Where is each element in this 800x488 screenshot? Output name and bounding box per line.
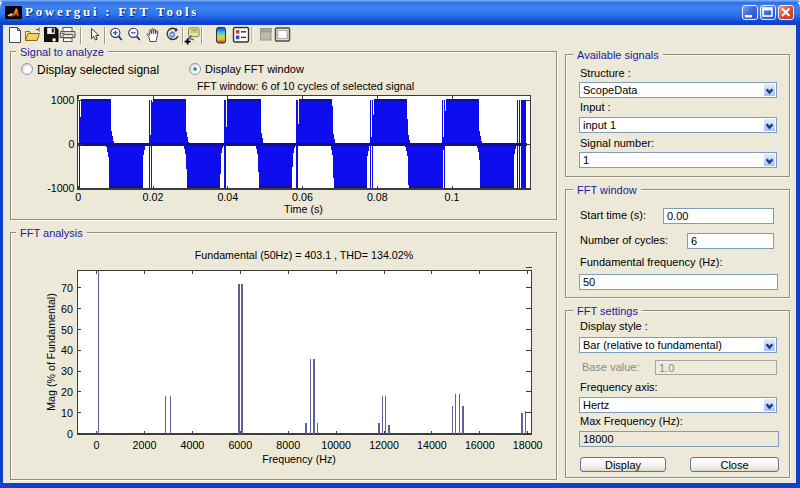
svg-text:Time (s): Time (s) [284, 203, 323, 215]
svg-text:-1000: -1000 [47, 182, 74, 194]
svg-text:Mag (% of Fundamental): Mag (% of Fundamental) [45, 293, 57, 411]
svg-text:0: 0 [75, 191, 81, 203]
svg-text:50: 50 [61, 324, 73, 336]
svg-text:10: 10 [61, 407, 73, 419]
svg-text:0.08: 0.08 [367, 191, 388, 203]
svg-text:10000: 10000 [321, 439, 351, 451]
svg-text:0.06: 0.06 [292, 191, 313, 203]
svg-text:0: 0 [69, 138, 75, 150]
svg-text:16000: 16000 [465, 439, 495, 451]
svg-text:0.04: 0.04 [217, 191, 238, 203]
svg-text:Fundamental (50Hz) = 403.1 , T: Fundamental (50Hz) = 403.1 , THD= 134.02… [195, 249, 414, 261]
svg-text:30: 30 [61, 365, 73, 377]
svg-text:2000: 2000 [133, 439, 157, 451]
svg-text:40: 40 [61, 344, 73, 356]
svg-text:20: 20 [61, 386, 73, 398]
svg-text:4000: 4000 [181, 439, 205, 451]
svg-text:12000: 12000 [369, 439, 399, 451]
svg-text:70: 70 [61, 282, 73, 294]
svg-text:0.02: 0.02 [143, 191, 164, 203]
svg-text:1000: 1000 [51, 94, 75, 106]
svg-text:14000: 14000 [417, 439, 447, 451]
svg-text:18000: 18000 [513, 439, 543, 451]
svg-text:6000: 6000 [228, 439, 252, 451]
svg-text:0: 0 [94, 439, 100, 451]
svg-text:60: 60 [61, 303, 73, 315]
svg-text:0: 0 [67, 428, 73, 440]
svg-text:0.1: 0.1 [445, 191, 460, 203]
svg-text:Frequency (Hz): Frequency (Hz) [262, 453, 336, 465]
svg-text:8000: 8000 [276, 439, 300, 451]
